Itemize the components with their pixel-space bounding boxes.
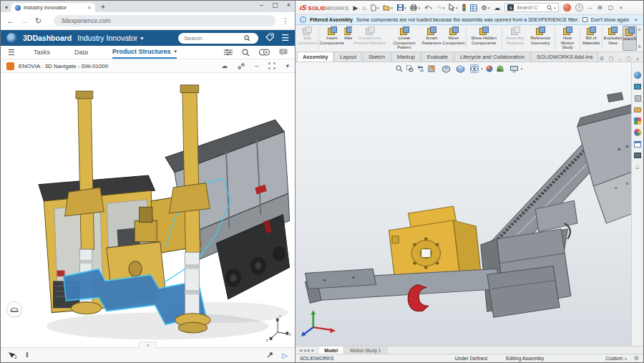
pause-icon[interactable]: ‖ [26,352,29,359]
home-tab-icon[interactable]: ⌂ [633,163,642,171]
enovia-3d-viewport[interactable]: Y X Z [1,73,295,347]
cloud-services-icon[interactable]: ☁ [494,4,500,11]
open-icon[interactable]: ▾ [383,4,393,11]
minimize-widget-icon[interactable]: – [255,62,258,69]
restore-button[interactable]: ▢ [272,1,278,9]
forward-icon[interactable]: → [21,16,29,25]
appearances-icon[interactable] [633,128,642,137]
search-input[interactable] [182,34,244,42]
view-palette-icon[interactable] [633,117,642,125]
configuration-selector[interactable]: Custom ▾ [605,356,627,361]
widget-collapse-chevron-icon[interactable]: ▾ [286,62,289,69]
sidebar-toggle-icon[interactable]: ☰ [8,48,15,57]
select-cursor-icon[interactable]: ▾ [449,4,458,11]
ribbon-mate[interactable]: Mate [344,26,352,51]
doc-icon-b[interactable]: ▢ [609,56,614,62]
ribbon-new-motion-study[interactable]: New Motion Study [556,26,580,51]
help-icon[interactable]: ? [575,4,583,11]
ribbon-bill-of-materials[interactable]: Bill of Materials [581,26,601,51]
layout-button[interactable]: ⊞ [597,4,602,11]
print-icon[interactable]: ▾ [410,4,420,11]
close-button[interactable]: × [287,1,291,9]
ribbon-exploded-view[interactable]: Exploded View [603,26,623,51]
back-icon[interactable]: ← [6,16,14,25]
cloud-icon[interactable]: ☁ [221,62,228,69]
ribbon-collapse-icon[interactable]: ∧ [638,44,641,49]
command-search-input[interactable] [515,4,545,11]
undo-icon[interactable]: ↶▾ [424,4,432,11]
assistant-button[interactable] [6,301,22,317]
tab-markup[interactable]: Markup [391,52,421,62]
doc-icon-a[interactable]: ⊞ [600,56,604,62]
ribbon-instant3d[interactable]: Instant3D [623,26,637,51]
refresh-icon[interactable]: ↻ [35,16,42,26]
tab-product-structures[interactable]: Product Structures▾ [112,46,177,59]
workspace-chevron-icon[interactable]: ▾ [140,35,143,42]
tab-motion-study-1[interactable]: Motion Study 1 [344,347,387,354]
dont-show-again-checkbox[interactable] [582,17,587,22]
design-library-icon[interactable] [633,82,642,91]
tag-icon[interactable] [265,32,274,44]
ribbon-reference-geometry[interactable]: Reference Geometry [527,26,554,51]
ribbon-move-component[interactable]: Move Component [442,26,465,51]
user-avatar[interactable] [563,4,571,11]
edit-appearance-icon[interactable] [485,64,494,73]
interference-stoplight-icon[interactable] [462,4,466,11]
view-orientation-icon[interactable] [441,64,450,73]
new-document-icon[interactable]: ▾ [371,4,379,11]
ribbon-show-hidden-components[interactable]: Show Hidden Components [467,26,501,51]
tab-close-icon[interactable]: × [87,4,91,11]
new-tab-button[interactable]: + [101,3,105,11]
sw-graphics-area[interactable]: · · · ▾ · ▾ [296,62,643,346]
tab-layout[interactable]: Layout [334,52,362,62]
bom-table-icon[interactable] [470,4,477,11]
search-icon[interactable] [242,49,250,57]
panel-collapse-handle[interactable]: ∧ [138,342,157,348]
home-icon[interactable]: ⌂ [362,4,366,11]
browser-tab[interactable]: Industry Innovator × [11,3,95,12]
dashboard-menu-icon[interactable]: ☰ [281,34,289,42]
toolbox-icon[interactable] [633,94,642,102]
zoom-area-icon[interactable] [406,64,414,73]
last-tab-icon[interactable]: ▶ [311,348,314,352]
options-gear-icon[interactable]: ⚙▾ [482,4,490,11]
first-tab-icon[interactable]: ◀ [299,348,302,352]
doc-minimize-icon[interactable]: – [618,57,621,62]
view-settings-icon[interactable] [510,64,519,73]
save-icon[interactable]: ▾ [397,4,406,11]
command-search[interactable]: S ▾ [504,3,559,12]
minimize-button[interactable]: – [589,4,592,11]
ribbon-edit-component[interactable]: Edit Component [297,26,318,51]
redo-icon[interactable]: ↷▾ [436,4,444,11]
tab-search-icon[interactable]: ▾ [5,4,8,11]
dashboard-search[interactable] [178,33,258,44]
custom-properties-icon[interactable] [633,140,642,148]
tab-lifecycle-collaboration[interactable]: Lifecycle and Collaboration [454,52,530,62]
workspace-switcher[interactable]: Industry Innovator [77,34,137,42]
zoom-fit-icon[interactable] [395,64,404,73]
media-play-icon[interactable] [259,49,270,56]
tab-assembly[interactable]: Assembly [297,52,333,62]
forum-icon[interactable] [633,151,642,160]
ribbon-linear-component-pattern[interactable]: Linear Component Pattern [388,26,421,51]
ribbon-assembly-features[interactable]: Assembly Features [503,26,527,51]
section-view-icon[interactable] [427,64,436,73]
previous-view-icon[interactable] [416,64,425,73]
status-gear-icon[interactable]: ⚙ [634,355,639,362]
address-bar[interactable]: 3dexperience.com [54,15,275,26]
tab-solidworks-addins[interactable]: SOLIDWORKS Add-Ins [531,52,598,62]
tab-data[interactable]: Data [74,46,88,59]
link-icon[interactable] [238,63,245,69]
restore-button[interactable]: ▢ [608,4,614,11]
fullscreen-icon[interactable] [268,62,275,69]
browser-menu-icon[interactable]: ⋮ [281,16,289,26]
tab-evaluate[interactable]: Evaluate [421,52,454,62]
ribbon-component-preview-window[interactable]: Component Preview Window [352,26,388,51]
tab-model[interactable]: Model [318,347,344,354]
apply-scene-icon[interactable] [496,64,504,73]
minimize-button[interactable]: – [260,1,263,9]
close-button[interactable]: × [619,4,623,11]
next-tab-icon[interactable]: ▶ [308,348,311,352]
pointer-mode-icon[interactable]: 2 [8,352,17,359]
prev-tab-icon[interactable]: ◀ [303,348,306,352]
